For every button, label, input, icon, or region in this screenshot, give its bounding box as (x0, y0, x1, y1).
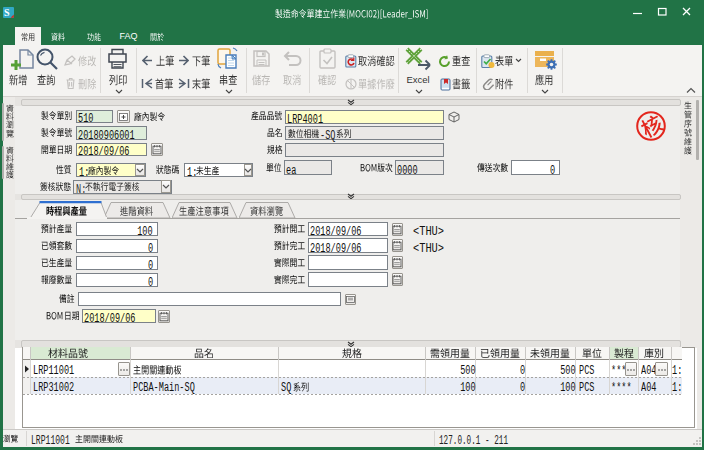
svg-text:S: S (4, 7, 10, 18)
